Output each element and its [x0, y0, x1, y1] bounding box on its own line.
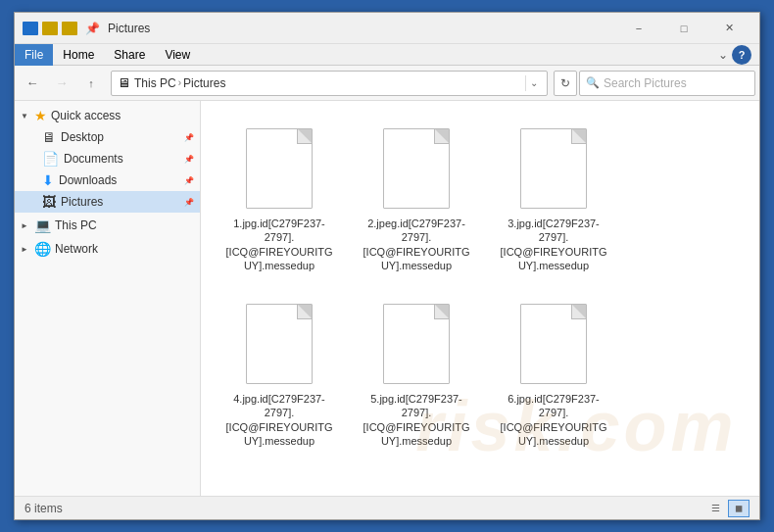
documents-label: Documents	[64, 152, 123, 166]
this-pc-label: This PC	[55, 218, 97, 232]
sidebar: ▼ ★ Quick access 🖥 Desktop 📌 📄 Documents…	[15, 101, 201, 496]
desktop-icon: 🖥	[42, 129, 56, 145]
downloads-icon: ⬇	[42, 172, 54, 188]
file-icon-container	[514, 300, 593, 388]
sidebar-item-documents[interactable]: 📄 Documents 📌	[15, 148, 200, 169]
this-pc-chevron: ►	[21, 221, 30, 230]
pin-icon-pictures: 📌	[184, 198, 194, 207]
file-icon	[383, 304, 450, 384]
file-name: 1.jpg.id[C279F237-2797].[ICQ@FIREYOURITG…	[224, 217, 334, 272]
network-section: ► 🌐 Network	[15, 238, 200, 260]
search-bar[interactable]: 🔍 Search Pictures	[579, 71, 755, 96]
file-item[interactable]: 6.jpg.id[C279F237-2797].[ICQ@FIREYOURITG…	[495, 296, 612, 452]
file-icon	[520, 128, 587, 209]
file-item[interactable]: 2.jpeg.id[C279F237-2797].[ICQ@FIREYOURIT…	[358, 121, 475, 276]
list-view-button[interactable]: ☰	[704, 500, 726, 517]
content-area: risk.com 1.jpg.id[C279F237-2797].[ICQ@FI…	[201, 101, 759, 496]
minimize-button[interactable]: −	[616, 13, 661, 44]
file-name: 3.jpg.id[C279F237-2797].[ICQ@FIREYOURITG…	[499, 217, 608, 272]
file-name: 2.jpeg.id[C279F237-2797].[ICQ@FIREYOURIT…	[362, 217, 471, 272]
status-bar: 6 items ☰ ◼	[15, 496, 759, 519]
file-icon-container	[240, 300, 318, 388]
file-icon	[246, 304, 313, 384]
file-icon	[383, 128, 450, 209]
pictures-icon: 🖼	[42, 194, 56, 210]
this-pc-section: ► 💻 This PC	[15, 215, 200, 236]
forward-button[interactable]: →	[48, 70, 75, 97]
quick-access-chevron: ▼	[21, 112, 30, 121]
quick-access-header[interactable]: ▼ ★ Quick access	[15, 105, 200, 126]
file-icon	[520, 304, 587, 384]
title-icon-2	[42, 22, 58, 35]
quick-access-pin: 📌	[85, 22, 100, 35]
quick-access-label: Quick access	[51, 109, 121, 122]
address-path: This PC › Pictures	[134, 76, 521, 90]
up-button[interactable]: ↑	[77, 70, 105, 97]
window-controls: − □ ✕	[616, 13, 751, 44]
file-item[interactable]: 3.jpg.id[C279F237-2797].[ICQ@FIREYOURITG…	[495, 121, 612, 276]
help-button[interactable]: ?	[732, 45, 751, 65]
file-item[interactable]: 5.jpg.id[C279F237-2797].[ICQ@FIREYOURITG…	[358, 296, 475, 452]
network-chevron: ►	[21, 245, 30, 254]
file-icon-container	[377, 124, 456, 213]
title-bar-left: 📌 Pictures	[23, 22, 616, 35]
explorer-window: 📌 Pictures − □ ✕ File Home Share View ⌄ …	[14, 12, 760, 520]
address-folder-icon: 🖥	[118, 75, 130, 90]
address-bar: 🖥 This PC › Pictures ⌄	[111, 71, 548, 96]
quick-access-star-icon: ★	[34, 108, 47, 123]
chevron-down-icon: ⌄	[718, 48, 728, 62]
file-item[interactable]: 1.jpg.id[C279F237-2797].[ICQ@FIREYOURITG…	[220, 121, 338, 276]
this-pc-header[interactable]: ► 💻 This PC	[15, 215, 200, 236]
this-pc-icon: 💻	[34, 218, 51, 233]
menu-file[interactable]: File	[15, 44, 53, 66]
documents-icon: 📄	[42, 151, 59, 167]
address-separator: ›	[178, 77, 181, 88]
file-icon-container	[240, 124, 318, 213]
file-name: 6.jpg.id[C279F237-2797].[ICQ@FIREYOURITG…	[499, 392, 608, 448]
search-icon: 🔍	[586, 76, 600, 89]
file-icon	[246, 128, 313, 209]
pin-icon-documents: 📌	[184, 155, 194, 164]
network-header[interactable]: ► 🌐 Network	[15, 238, 200, 260]
file-item[interactable]: 4.jpg.id[C279F237-2797].[ICQ@FIREYOURITG…	[220, 296, 338, 452]
maximize-button[interactable]: □	[661, 13, 706, 44]
toolbar: ← → ↑ 🖥 This PC › Pictures ⌄ ↻ 🔍 Search …	[15, 66, 759, 101]
title-icon-1	[23, 22, 38, 35]
refresh-button[interactable]: ↻	[554, 71, 577, 96]
pictures-label: Pictures	[61, 195, 103, 209]
file-name: 4.jpg.id[C279F237-2797].[ICQ@FIREYOURITG…	[224, 392, 334, 448]
menu-right: ⌄ ?	[710, 45, 759, 65]
quick-access-section: ▼ ★ Quick access 🖥 Desktop 📌 📄 Documents…	[15, 105, 200, 213]
search-placeholder: Search Pictures	[604, 76, 687, 90]
address-dropdown-icon[interactable]: ⌄	[525, 75, 541, 91]
file-name: 5.jpg.id[C279F237-2797].[ICQ@FIREYOURITG…	[362, 392, 471, 448]
downloads-label: Downloads	[59, 173, 117, 187]
pin-icon-downloads: 📌	[184, 176, 194, 185]
files-grid: 1.jpg.id[C279F237-2797].[ICQ@FIREYOURITG…	[201, 101, 759, 496]
title-bar: 📌 Pictures − □ ✕	[15, 13, 759, 44]
file-icon-container	[377, 300, 456, 388]
file-icon-container	[514, 124, 593, 213]
view-controls: ☰ ◼	[704, 500, 750, 517]
menu-share[interactable]: Share	[104, 44, 155, 66]
pin-icon-desktop: 📌	[184, 133, 194, 142]
menu-home[interactable]: Home	[53, 44, 104, 66]
desktop-label: Desktop	[61, 130, 104, 144]
item-count: 6 items	[24, 502, 63, 515]
main-area: ▼ ★ Quick access 🖥 Desktop 📌 📄 Documents…	[15, 101, 759, 496]
sidebar-item-downloads[interactable]: ⬇ Downloads 📌	[15, 169, 200, 191]
back-button[interactable]: ←	[19, 70, 46, 97]
icon-view-button[interactable]: ◼	[728, 500, 750, 517]
network-icon: 🌐	[34, 241, 51, 257]
menu-bar: File Home Share View ⌄ ?	[15, 44, 759, 66]
title-icon-3	[62, 22, 77, 35]
address-pictures[interactable]: Pictures	[183, 76, 225, 90]
window-title: Pictures	[108, 22, 150, 35]
close-button[interactable]: ✕	[706, 13, 751, 44]
menu-view[interactable]: View	[155, 44, 200, 66]
network-label: Network	[55, 242, 98, 256]
sidebar-item-pictures[interactable]: 🖼 Pictures 📌	[15, 191, 200, 213]
address-this-pc[interactable]: This PC	[134, 76, 176, 90]
sidebar-item-desktop[interactable]: 🖥 Desktop 📌	[15, 126, 200, 148]
